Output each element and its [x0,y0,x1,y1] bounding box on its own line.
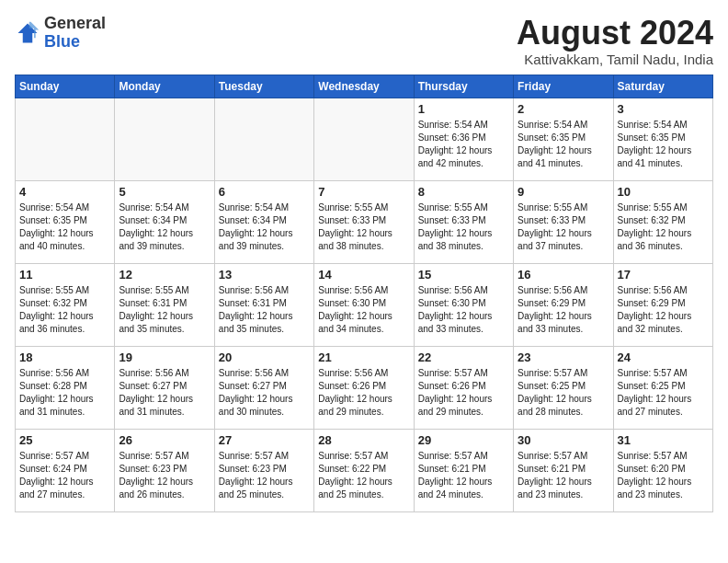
calendar-cell: 7Sunrise: 5:55 AM Sunset: 6:33 PM Daylig… [314,180,414,263]
day-number: 29 [418,433,509,447]
day-number: 7 [318,185,409,199]
logo: General Blue [15,15,106,52]
calendar-cell: 6Sunrise: 5:54 AM Sunset: 6:34 PM Daylig… [214,180,313,263]
calendar-cell: 30Sunrise: 5:57 AM Sunset: 6:21 PM Dayli… [514,429,613,511]
day-number: 2 [518,102,609,116]
day-info: Sunrise: 5:54 AM Sunset: 6:34 PM Dayligh… [219,201,310,253]
calendar-cell: 12Sunrise: 5:55 AM Sunset: 6:31 PM Dayli… [115,263,214,346]
day-number: 10 [618,185,709,199]
week-row-4: 18Sunrise: 5:56 AM Sunset: 6:28 PM Dayli… [16,346,713,429]
calendar-cell: 5Sunrise: 5:54 AM Sunset: 6:34 PM Daylig… [115,180,214,263]
day-info: Sunrise: 5:54 AM Sunset: 6:35 PM Dayligh… [518,119,609,170]
day-info: Sunrise: 5:57 AM Sunset: 6:20 PM Dayligh… [618,450,709,501]
day-info: Sunrise: 5:57 AM Sunset: 6:25 PM Dayligh… [618,367,709,419]
calendar-cell [214,98,313,180]
week-row-1: 1Sunrise: 5:54 AM Sunset: 6:36 PM Daylig… [16,98,713,180]
calendar-cell: 27Sunrise: 5:57 AM Sunset: 6:23 PM Dayli… [214,429,313,511]
day-number: 21 [318,350,409,364]
day-number: 23 [518,350,609,364]
day-number: 8 [418,185,509,199]
day-number: 28 [318,433,409,447]
day-number: 26 [119,433,210,447]
day-info: Sunrise: 5:55 AM Sunset: 6:33 PM Dayligh… [418,201,509,253]
calendar-cell: 15Sunrise: 5:56 AM Sunset: 6:30 PM Dayli… [414,263,513,346]
day-number: 30 [518,433,609,447]
day-info: Sunrise: 5:56 AM Sunset: 6:29 PM Dayligh… [518,284,609,336]
weekday-header-tuesday: Tuesday [214,75,313,98]
month-year-title: August 2024 [517,15,713,52]
calendar-cell: 9Sunrise: 5:55 AM Sunset: 6:33 PM Daylig… [514,180,613,263]
day-info: Sunrise: 5:56 AM Sunset: 6:27 PM Dayligh… [219,367,310,419]
logo-blue-text: Blue [44,32,80,51]
weekday-row: SundayMondayTuesdayWednesdayThursdayFrid… [16,75,713,98]
calendar-cell [115,98,214,180]
day-number: 15 [418,268,509,282]
calendar-cell: 28Sunrise: 5:57 AM Sunset: 6:22 PM Dayli… [314,429,414,511]
day-info: Sunrise: 5:57 AM Sunset: 6:22 PM Dayligh… [318,450,409,501]
day-number: 27 [219,433,310,447]
calendar-cell: 10Sunrise: 5:55 AM Sunset: 6:32 PM Dayli… [613,180,712,263]
day-number: 13 [219,268,310,282]
calendar-body: 1Sunrise: 5:54 AM Sunset: 6:36 PM Daylig… [16,98,713,511]
day-number: 1 [418,102,509,116]
day-number: 6 [219,185,310,199]
day-info: Sunrise: 5:57 AM Sunset: 6:26 PM Dayligh… [418,367,509,419]
logo-general-text: General [44,14,106,32]
day-info: Sunrise: 5:56 AM Sunset: 6:30 PM Dayligh… [318,284,409,336]
day-info: Sunrise: 5:57 AM Sunset: 6:23 PM Dayligh… [119,450,210,501]
calendar-cell: 8Sunrise: 5:55 AM Sunset: 6:33 PM Daylig… [414,180,513,263]
day-info: Sunrise: 5:57 AM Sunset: 6:23 PM Dayligh… [219,450,310,501]
logo-icon [15,20,40,46]
day-number: 9 [518,185,609,199]
day-number: 4 [19,185,110,199]
calendar-cell: 29Sunrise: 5:57 AM Sunset: 6:21 PM Dayli… [414,429,513,511]
day-number: 12 [119,268,210,282]
logo-text: General Blue [44,15,106,52]
day-info: Sunrise: 5:54 AM Sunset: 6:35 PM Dayligh… [19,201,110,253]
calendar-cell: 22Sunrise: 5:57 AM Sunset: 6:26 PM Dayli… [414,346,513,429]
day-number: 14 [318,268,409,282]
calendar-cell: 24Sunrise: 5:57 AM Sunset: 6:25 PM Dayli… [613,346,712,429]
weekday-header-monday: Monday [115,75,214,98]
day-info: Sunrise: 5:56 AM Sunset: 6:27 PM Dayligh… [119,367,210,419]
calendar-table: SundayMondayTuesdayWednesdayThursdayFrid… [15,75,713,512]
day-info: Sunrise: 5:55 AM Sunset: 6:33 PM Dayligh… [318,201,409,253]
day-info: Sunrise: 5:57 AM Sunset: 6:21 PM Dayligh… [518,450,609,501]
day-info: Sunrise: 5:57 AM Sunset: 6:25 PM Dayligh… [518,367,609,419]
weekday-header-thursday: Thursday [414,75,513,98]
calendar-cell: 26Sunrise: 5:57 AM Sunset: 6:23 PM Dayli… [115,429,214,511]
calendar-cell: 20Sunrise: 5:56 AM Sunset: 6:27 PM Dayli… [214,346,313,429]
calendar-cell: 18Sunrise: 5:56 AM Sunset: 6:28 PM Dayli… [16,346,115,429]
calendar-cell: 2Sunrise: 5:54 AM Sunset: 6:35 PM Daylig… [514,98,613,180]
day-number: 20 [219,350,310,364]
calendar-cell: 17Sunrise: 5:56 AM Sunset: 6:29 PM Dayli… [613,263,712,346]
day-info: Sunrise: 5:55 AM Sunset: 6:31 PM Dayligh… [119,284,210,336]
calendar-cell: 14Sunrise: 5:56 AM Sunset: 6:30 PM Dayli… [314,263,414,346]
day-info: Sunrise: 5:55 AM Sunset: 6:32 PM Dayligh… [618,201,709,253]
calendar-cell [314,98,414,180]
day-info: Sunrise: 5:54 AM Sunset: 6:36 PM Dayligh… [418,119,509,170]
calendar-cell: 16Sunrise: 5:56 AM Sunset: 6:29 PM Dayli… [514,263,613,346]
day-number: 19 [119,350,210,364]
page-header: General Blue August 2024 Kattivakkam, Ta… [15,15,713,67]
weekday-header-sunday: Sunday [16,75,115,98]
calendar-cell: 19Sunrise: 5:56 AM Sunset: 6:27 PM Dayli… [115,346,214,429]
day-number: 18 [19,350,110,364]
calendar-cell: 4Sunrise: 5:54 AM Sunset: 6:35 PM Daylig… [16,180,115,263]
day-info: Sunrise: 5:57 AM Sunset: 6:24 PM Dayligh… [19,450,110,501]
day-number: 25 [19,433,110,447]
day-info: Sunrise: 5:56 AM Sunset: 6:29 PM Dayligh… [618,284,709,336]
day-number: 22 [418,350,509,364]
calendar-cell: 13Sunrise: 5:56 AM Sunset: 6:31 PM Dayli… [214,263,313,346]
day-info: Sunrise: 5:56 AM Sunset: 6:28 PM Dayligh… [19,367,110,419]
day-info: Sunrise: 5:54 AM Sunset: 6:35 PM Dayligh… [618,119,709,170]
day-info: Sunrise: 5:55 AM Sunset: 6:32 PM Dayligh… [19,284,110,336]
calendar-header: SundayMondayTuesdayWednesdayThursdayFrid… [16,75,713,98]
weekday-header-wednesday: Wednesday [314,75,414,98]
calendar-cell: 11Sunrise: 5:55 AM Sunset: 6:32 PM Dayli… [16,263,115,346]
weekday-header-saturday: Saturday [613,75,712,98]
day-number: 11 [19,268,110,282]
day-number: 16 [518,268,609,282]
day-info: Sunrise: 5:56 AM Sunset: 6:30 PM Dayligh… [418,284,509,336]
calendar-cell: 1Sunrise: 5:54 AM Sunset: 6:36 PM Daylig… [414,98,513,180]
